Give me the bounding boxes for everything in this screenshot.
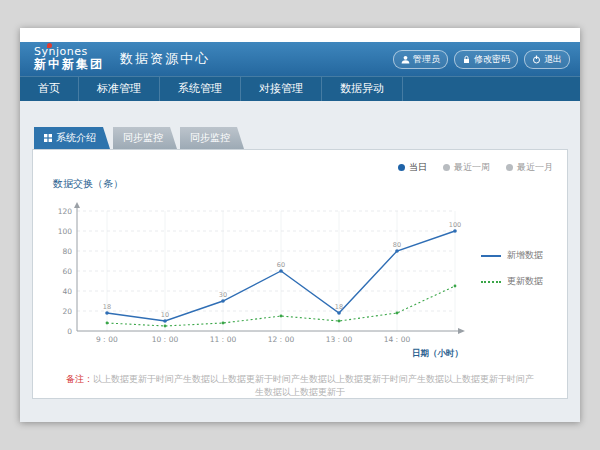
svg-text:0: 0 — [67, 327, 72, 336]
chart-title: 数据交换（条） — [53, 177, 553, 191]
logo: Synjones 新中新集团 — [34, 46, 104, 72]
logout-button[interactable]: 退出 — [524, 50, 570, 69]
nav-item-integration-mgmt[interactable]: 对接管理 — [241, 77, 322, 101]
filter-today[interactable]: 当日 — [398, 161, 427, 174]
logout-button-label: 退出 — [544, 53, 562, 66]
svg-text:13：00: 13：00 — [326, 335, 353, 344]
chart-card: 当日 最近一周 最近一月 数据交换（条） 0204060801001209：00… — [32, 149, 568, 399]
logo-accent-dot — [47, 43, 52, 48]
tab-bar: 系统介绍 同步监控 同步监控 — [34, 127, 568, 149]
svg-text:14：00: 14：00 — [384, 335, 411, 344]
filter-last-month-dot-icon — [506, 164, 513, 171]
filter-last-month[interactable]: 最近一月 — [506, 161, 553, 174]
filter-last-week-dot-icon — [443, 164, 450, 171]
page-top-strip — [20, 28, 580, 42]
series-legend-item[interactable]: 新增数据 — [481, 249, 543, 262]
series-legend-item[interactable]: 更新数据 — [481, 275, 543, 288]
time-range-filters: 当日 最近一周 最近一月 — [47, 160, 553, 174]
filter-last-month-label: 最近一月 — [517, 161, 553, 174]
header-buttons: 管理员 修改密码 退出 — [393, 50, 570, 69]
svg-text:120: 120 — [58, 207, 73, 216]
svg-text:20: 20 — [62, 307, 72, 316]
svg-text:100: 100 — [58, 227, 73, 236]
svg-text:40: 40 — [62, 287, 72, 296]
svg-text:60: 60 — [277, 261, 285, 269]
tab-sync-monitor-1-label: 同步监控 — [123, 127, 163, 149]
svg-text:80: 80 — [62, 247, 72, 256]
chart-area: 0204060801001209：0010：0011：0012：0013：001… — [47, 191, 553, 361]
main-nav: 首页 标准管理 系统管理 对接管理 数据异动 — [20, 76, 580, 101]
footnote: 备注：以上数据更新于时间产生数据以上数据更新于时间产生数据以上数据更新于时间产生… — [47, 373, 553, 398]
nav-item-data-change[interactable]: 数据异动 — [322, 77, 403, 101]
tab-system-intro-label: 系统介绍 — [56, 127, 96, 149]
filter-last-week[interactable]: 最近一周 — [443, 161, 490, 174]
content-area: 系统介绍 同步监控 同步监控 当日 最近一周 — [20, 101, 580, 422]
legend-line-sample-icon — [481, 255, 501, 257]
svg-text:12：00: 12：00 — [268, 335, 295, 344]
legend-line-sample-icon — [481, 281, 501, 283]
nav-item-system-mgmt[interactable]: 系统管理 — [160, 77, 241, 101]
tab-sync-monitor-2[interactable]: 同步监控 — [180, 127, 244, 149]
desktop-background: Synjones 新中新集团 数据资源中心 管理员 修改密 — [0, 0, 600, 450]
logo-cn-text: 新中新集团 — [34, 58, 104, 72]
power-icon — [532, 55, 541, 64]
lock-icon — [462, 55, 471, 64]
nav-item-home[interactable]: 首页 — [20, 77, 79, 101]
svg-text:18: 18 — [103, 303, 111, 311]
svg-text:30: 30 — [219, 291, 227, 299]
grid-icon — [44, 134, 52, 142]
svg-text:9：00: 9：00 — [96, 335, 118, 344]
admin-button[interactable]: 管理员 — [393, 50, 448, 69]
app-title: 数据资源中心 — [120, 50, 210, 68]
user-icon — [401, 55, 410, 64]
filter-last-week-label: 最近一周 — [454, 161, 490, 174]
filter-today-dot-icon — [398, 164, 405, 171]
change-password-button[interactable]: 修改密码 — [454, 50, 518, 69]
admin-button-label: 管理员 — [413, 53, 440, 66]
svg-text:100: 100 — [449, 221, 461, 229]
svg-text:日期（小时）: 日期（小时） — [412, 348, 463, 358]
data-exchange-line-chart: 0204060801001209：0010：0011：0012：0013：001… — [47, 191, 477, 361]
footnote-prefix: 备注： — [66, 374, 93, 384]
svg-text:10：00: 10：00 — [152, 335, 179, 344]
change-password-label: 修改密码 — [474, 53, 510, 66]
footnote-text: 以上数据更新于时间产生数据以上数据更新于时间产生数据以上数据更新于时间产生数据以… — [93, 374, 534, 397]
svg-text:11：00: 11：00 — [210, 335, 237, 344]
series-legend-label: 更新数据 — [507, 275, 543, 288]
nav-item-standard-mgmt[interactable]: 标准管理 — [79, 77, 160, 101]
svg-text:18: 18 — [335, 303, 343, 311]
series-legend: 新增数据更新数据 — [481, 249, 543, 361]
app-window: Synjones 新中新集团 数据资源中心 管理员 修改密 — [20, 28, 580, 422]
svg-text:10: 10 — [161, 311, 169, 319]
tab-sync-monitor-1[interactable]: 同步监控 — [113, 127, 177, 149]
tab-system-intro[interactable]: 系统介绍 — [34, 127, 110, 149]
svg-text:80: 80 — [393, 241, 401, 249]
svg-text:60: 60 — [62, 267, 72, 276]
filter-today-label: 当日 — [409, 161, 427, 174]
tab-sync-monitor-2-label: 同步监控 — [190, 127, 230, 149]
series-legend-label: 新增数据 — [507, 249, 543, 262]
app-header: Synjones 新中新集团 数据资源中心 管理员 修改密 — [20, 42, 580, 76]
